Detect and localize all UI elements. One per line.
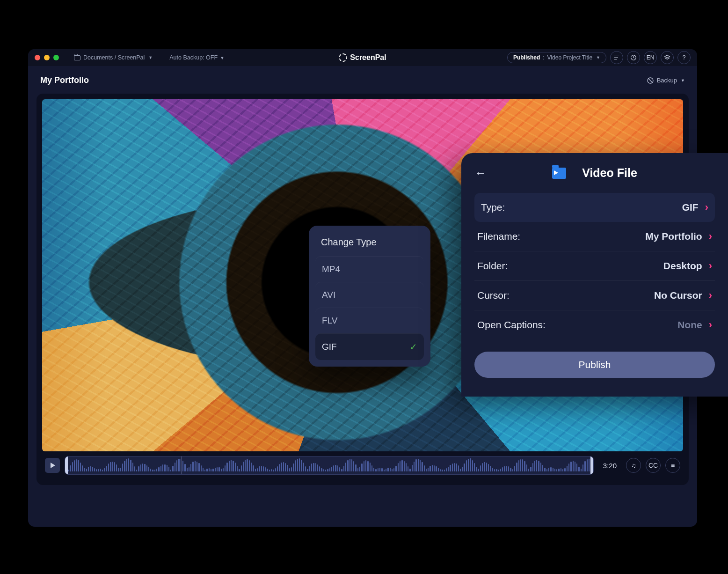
- chevron-right-icon: ›: [709, 260, 712, 272]
- row-value: Desktop: [663, 260, 702, 272]
- help-icon[interactable]: ?: [677, 51, 691, 64]
- publish-prefix: Published: [513, 54, 540, 61]
- separator: :: [543, 54, 544, 61]
- back-button[interactable]: ←: [474, 166, 487, 180]
- playhead[interactable]: [181, 456, 182, 475]
- language-button[interactable]: EN: [644, 51, 657, 64]
- timeline-tools: ♫ CC ≡: [626, 458, 680, 473]
- chevron-down-icon: ▼: [148, 55, 153, 60]
- video-file-panel: ← Video File Type: GIF › Filename: My Po…: [461, 153, 728, 397]
- row-label: Cursor:: [477, 290, 510, 301]
- check-icon: ✓: [409, 341, 417, 353]
- project-dropdown[interactable]: Published: Video Project Title ▼: [507, 52, 606, 63]
- folder-play-icon: [552, 168, 566, 179]
- close-window-button[interactable]: [35, 55, 40, 60]
- language-label: EN: [647, 54, 655, 61]
- row-label: Type:: [481, 202, 505, 213]
- change-type-popover: Change Type MP4 AVI FLV GIF ✓: [309, 226, 430, 367]
- window-controls: [35, 55, 59, 60]
- row-folder[interactable]: Folder: Desktop ›: [474, 251, 715, 280]
- play-button[interactable]: [45, 458, 60, 473]
- chevron-down-icon: ▼: [220, 56, 225, 60]
- backup-button[interactable]: Backup ▼: [647, 77, 685, 84]
- breadcrumb-text: Documents / ScreenPal: [83, 54, 145, 61]
- type-option-flv[interactable]: FLV: [315, 308, 424, 333]
- trim-handle-left[interactable]: [65, 456, 68, 475]
- row-label: Filename:: [477, 231, 520, 242]
- history-icon[interactable]: [627, 51, 640, 64]
- chevron-right-icon: ›: [709, 289, 712, 302]
- chevron-down-icon: ▼: [681, 78, 685, 83]
- captions-button[interactable]: CC: [646, 458, 661, 473]
- type-option-avi[interactable]: AVI: [315, 282, 424, 308]
- timeline: 1:08.00 3:20 ♫ CC ≡: [42, 451, 683, 479]
- layers-icon[interactable]: [661, 51, 674, 64]
- row-captions[interactable]: Open Captions: None ›: [474, 310, 715, 339]
- publish-label: Publish: [579, 359, 611, 370]
- row-label: Open Captions:: [477, 319, 546, 331]
- play-icon: [51, 463, 55, 468]
- autobackup-toggle[interactable]: Auto Backup: OFF ▼: [169, 54, 224, 61]
- chevron-down-icon: ▼: [596, 55, 600, 60]
- autobackup-value: OFF: [206, 54, 218, 61]
- titlebar-right: Published: Video Project Title ▼ EN ?: [507, 51, 691, 64]
- panel-header: ← Video File: [474, 166, 715, 180]
- music-icon[interactable]: ♫: [626, 458, 641, 473]
- titlebar: Documents / ScreenPal ▼ Auto Backup: OFF…: [28, 49, 697, 66]
- brand-logo-icon: [339, 53, 347, 62]
- list-icon[interactable]: [610, 51, 623, 64]
- row-label: Folder:: [477, 260, 508, 272]
- waveform: [65, 458, 593, 471]
- row-value: No Cursor: [654, 290, 702, 301]
- cc-label: CC: [648, 462, 658, 469]
- chevron-right-icon: ›: [705, 201, 708, 213]
- row-value: My Portfolio: [645, 231, 702, 242]
- project-title: Video Project Title: [547, 54, 593, 61]
- type-option-gif[interactable]: GIF ✓: [315, 333, 424, 360]
- publish-button[interactable]: Publish: [474, 352, 715, 378]
- row-filename[interactable]: Filename: My Portfolio ›: [474, 222, 715, 251]
- chevron-right-icon: ›: [709, 230, 712, 243]
- popover-title: Change Type: [315, 237, 424, 256]
- maximize-window-button[interactable]: [53, 55, 59, 60]
- brand-name: ScreenPal: [350, 53, 386, 62]
- page-header: My Portfolio Backup ▼: [28, 66, 697, 94]
- row-value: None: [677, 319, 702, 331]
- row-value: GIF: [682, 202, 699, 213]
- type-option-mp4[interactable]: MP4: [315, 256, 424, 282]
- backup-label: Backup: [657, 77, 677, 84]
- chevron-right-icon: ›: [709, 319, 712, 331]
- menu-icon[interactable]: ≡: [665, 458, 680, 473]
- page-title: My Portfolio: [40, 75, 89, 85]
- trim-handle-right[interactable]: [590, 456, 594, 475]
- folder-icon: [74, 55, 80, 60]
- breadcrumb[interactable]: Documents / ScreenPal ▼: [74, 54, 153, 61]
- row-type[interactable]: Type: GIF ›: [474, 193, 715, 222]
- autobackup-label: Auto Backup:: [169, 54, 204, 61]
- no-backup-icon: [647, 77, 654, 84]
- minimize-window-button[interactable]: [44, 55, 50, 60]
- panel-title: Video File: [582, 166, 637, 180]
- timeline-track[interactable]: 1:08.00: [65, 456, 594, 475]
- row-cursor[interactable]: Cursor: No Cursor ›: [474, 281, 715, 310]
- brand: ScreenPal: [339, 53, 386, 62]
- duration-label: 3:20: [603, 462, 617, 470]
